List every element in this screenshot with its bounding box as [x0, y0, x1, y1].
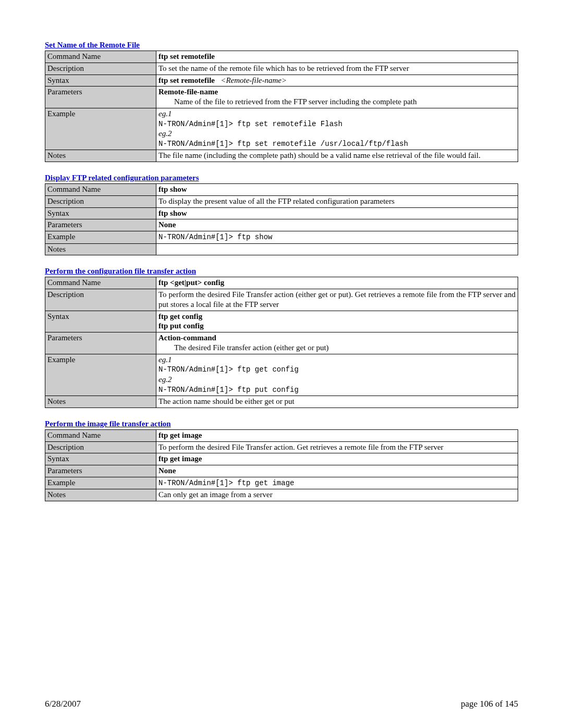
syntax-value: ftp set remotefile <Remote-file-name>: [156, 75, 518, 87]
row-label: Example: [45, 354, 156, 396]
row-label: Example: [45, 231, 156, 244]
row-label: Command Name: [45, 51, 156, 63]
notes-value: The file name (including the complete pa…: [156, 150, 518, 162]
command-table: Command Name ftp get image Description T…: [45, 429, 518, 501]
row-label: Notes: [45, 396, 156, 408]
row-label: Notes: [45, 150, 156, 162]
section-title: Set Name of the Remote File: [45, 41, 518, 50]
row-label: Parameters: [45, 87, 156, 108]
row-label: Description: [45, 195, 156, 207]
description-value: To perform the desired File Transfer act…: [156, 441, 518, 453]
page-footer: 6/28/2007 page 106 of 145: [45, 699, 518, 709]
row-label: Parameters: [45, 219, 156, 231]
parameters-value: None: [156, 465, 518, 477]
row-label: Example: [45, 477, 156, 489]
section-title: Display FTP related configuration parame…: [45, 174, 518, 182]
example-value: eg.1 N-TRON/Admin#[1]> ftp set remotefil…: [156, 108, 518, 150]
row-label: Description: [45, 289, 156, 311]
command-name-value: ftp set remotefile: [156, 51, 518, 63]
parameters-value: Action-command The desired File transfer…: [156, 332, 518, 354]
notes-value: The action name should be either get or …: [156, 396, 518, 408]
document-page: Set Name of the Remote File Command Name…: [0, 0, 563, 728]
row-label: Command Name: [45, 277, 156, 289]
row-label: Description: [45, 63, 156, 75]
description-value: To display the present value of all the …: [156, 195, 518, 207]
example-value: eg.1 N-TRON/Admin#[1]> ftp get config eg…: [156, 354, 518, 396]
row-label: Description: [45, 441, 156, 453]
description-value: To perform the desired File Transfer act…: [156, 289, 518, 311]
row-label: Notes: [45, 489, 156, 501]
syntax-value: ftp show: [156, 207, 518, 219]
notes-value: [156, 243, 518, 255]
notes-value: Can only get an image from a server: [156, 489, 518, 501]
command-name-value: ftp <get|put> config: [156, 277, 518, 289]
row-label: Parameters: [45, 332, 156, 354]
example-value: N-TRON/Admin#[1]> ftp show: [156, 231, 518, 244]
parameters-value: Remote-file-name Name of the file to ret…: [156, 87, 518, 108]
parameters-value: None: [156, 219, 518, 231]
row-label: Syntax: [45, 311, 156, 332]
description-value: To set the name of the remote file which…: [156, 63, 518, 75]
syntax-value: ftp get image: [156, 453, 518, 465]
syntax-value: ftp get config ftp put config: [156, 311, 518, 332]
section-title: Perform the configuration file transfer …: [45, 267, 518, 276]
row-label: Command Name: [45, 429, 156, 441]
row-label: Notes: [45, 243, 156, 255]
row-label: Syntax: [45, 75, 156, 87]
command-table: Command Name ftp set remotefile Descript…: [45, 51, 518, 162]
footer-date: 6/28/2007: [45, 699, 81, 709]
command-table: Command Name ftp show Description To dis…: [45, 183, 518, 255]
row-label: Command Name: [45, 184, 156, 196]
footer-page-number: page 106 of 145: [461, 699, 518, 709]
command-table: Command Name ftp <get|put> config Descri…: [45, 277, 518, 408]
row-label: Syntax: [45, 453, 156, 465]
section-title: Perform the image file transfer action: [45, 419, 518, 428]
row-label: Example: [45, 108, 156, 150]
example-value: N-TRON/Admin#[1]> ftp get image: [156, 477, 518, 489]
command-name-value: ftp show: [156, 184, 518, 196]
row-label: Parameters: [45, 465, 156, 477]
command-name-value: ftp get image: [156, 429, 518, 441]
row-label: Syntax: [45, 207, 156, 219]
